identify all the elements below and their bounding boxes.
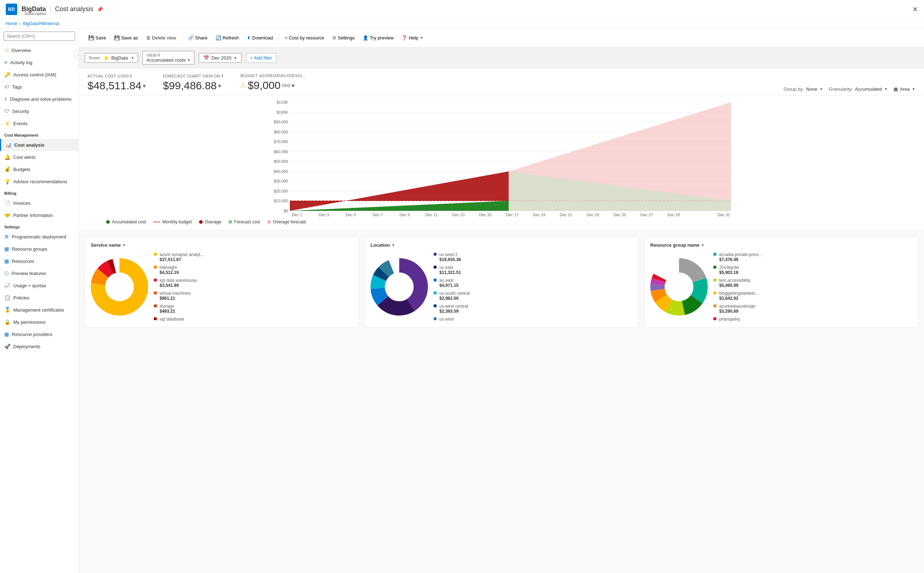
legend-item: us south central $3,962.00 [434,291,633,301]
sidebar-item-diagnose[interactable]: ⚕ Diagnose and solve problems [0,93,78,105]
sidebar-item-overview[interactable]: ⊙ Overview [0,44,78,56]
donut-title-location[interactable]: Location ▼ [371,243,633,248]
legend-item: 2019iqnite $5,903.18 [713,265,912,275]
sidebar-item-deployments[interactable]: 🚀 Deployments [0,340,78,352]
sidebar-item-invoices[interactable]: 📄 Invoices [0,197,78,209]
sidebar-item-my-permissions[interactable]: 🔒 My permissions [0,316,78,328]
cost-by-resource-button[interactable]: ≡ Cost by resource [281,33,328,43]
delete-view-button[interactable]: 🗑 Delete view [143,33,180,43]
sidebar-item-programmatic[interactable]: ⚙ Programmatic deployment [0,230,78,243]
sidebar: ‹‹ ⊙ Overview ≡ Activity log 🔑 Access co… [0,29,79,573]
svg-text:$80,000: $80,000 [274,130,288,134]
budget-value: $9,000 [247,79,280,91]
save-button[interactable]: 💾 Save [85,33,110,43]
legend-overage-forecast: Overage forecast [267,219,306,224]
refresh-button[interactable]: 🔄 Refresh [212,33,243,43]
legend-item: hdinsight $4,512.19 [154,265,352,275]
legend-accumulated-cost: Accumulated cost [106,219,146,224]
save-as-button[interactable]: 💾 Save as [111,33,142,43]
svg-text:$0: $0 [284,209,288,213]
svg-text:$20,000: $20,000 [274,189,288,193]
group-by-control[interactable]: Group by: None ▼ [783,86,823,92]
share-button[interactable]: 🔗 Share [184,33,211,43]
breadcrumb-subscription[interactable]: BigDataPMInternal [23,21,59,26]
filter-bar: Scope : ⭐ BigData ▼ VIEW ℹ Accumulated c… [79,47,924,69]
chart-type-control[interactable]: ▦ Area ▼ [894,86,915,92]
try-preview-button[interactable]: 👤 Try preview [359,33,398,43]
location-donut-chart [371,258,428,316]
svg-text:Dec 19: Dec 19 [533,213,546,217]
sidebar-item-policies[interactable]: 📋 Policies [0,291,78,304]
chart-legend: Accumulated cost Monthly budget Overage [85,218,918,226]
legend-item: us west [434,316,633,322]
section-cost-management: Cost Management [0,130,78,139]
section-settings: Settings [0,221,78,230]
svg-text:$60,000: $60,000 [274,150,288,154]
svg-text:$110K: $110K [277,100,288,104]
top-bar: BD BigData | Cost analysis 📌 Subscriptio… [0,0,924,19]
svg-point-56 [385,272,413,301]
svg-text:Dec 17: Dec 17 [506,213,519,217]
sidebar-item-management-certs[interactable]: 🏅 Management certificates [0,304,78,316]
svg-text:$10,000: $10,000 [274,199,288,203]
legend-item: us west central $2,393.59 [434,304,633,314]
svg-text:Dec 13: Dec 13 [452,213,465,217]
toolbar: 💾 Save 💾 Save as 🗑 Delete view 🔗 Share [79,29,924,47]
donut-title-service[interactable]: Service name ▼ [91,243,352,248]
sidebar-item-advisor[interactable]: 💡 Advisor recommendations [0,175,78,188]
main-content: 💾 Save 💾 Save as 🗑 Delete view 🔗 Share [79,29,924,573]
cost-chart: $110K $100K $90,000 $80,000 [85,99,918,217]
sidebar-item-usage-quotas[interactable]: 📈 Usage + quotas [0,279,78,291]
sidebar-item-partner-info[interactable]: 🤝 Partner information [0,209,78,221]
svg-point-49 [105,272,134,301]
sidebar-item-events[interactable]: ⚡ Events [0,117,78,130]
svg-text:Dec 15: Dec 15 [479,213,492,217]
sidebar-item-cost-alerts[interactable]: 🔔 Cost alerts [0,151,78,163]
sidebar-item-resources[interactable]: ▦ Resources [0,255,78,267]
cost-header-section: ACTUAL COST (USD) ℹ $48,511.84 ▾ FORECAS… [79,69,924,96]
svg-text:Dec 1: Dec 1 [292,213,302,217]
date-selector[interactable]: 📅 Dec 2020 ▼ [199,53,242,63]
download-button[interactable]: ⬇ Download [243,33,277,43]
breadcrumb-home[interactable]: Home [6,21,17,26]
legend-item: test.accessibility $5,495.99 [713,278,912,288]
sidebar-item-preview-features[interactable]: ⬡ Preview features [0,267,78,279]
sidebar-item-resource-groups[interactable]: ▦ Resource groups [0,243,78,255]
svg-text:Dec 5: Dec 5 [346,213,356,217]
search-input[interactable] [3,31,75,41]
svg-text:Dec 3: Dec 3 [319,213,329,217]
svg-text:$50,000: $50,000 [274,159,288,163]
resource-group-donut-chart [650,258,708,316]
donut-title-resource-group[interactable]: Resource group name ▼ [650,243,912,248]
svg-text:Dec 7: Dec 7 [373,213,383,217]
legend-item: ao east $4,971.15 [434,278,633,288]
scope-selector[interactable]: Scope : ⭐ BigData ▼ [85,53,138,63]
granularity-control[interactable]: Granularity: Accumulated ▼ [828,86,887,92]
settings-button[interactable]: ⚙ Settings [329,33,358,43]
sidebar-item-tags[interactable]: 🏷 Tags [0,81,78,93]
svg-text:$40,000: $40,000 [274,169,288,174]
page-title: Cost analysis [55,5,93,13]
svg-text:$70,000: $70,000 [274,139,288,144]
view-selector[interactable]: VIEW ℹ Accumulated costs ▼ [143,51,194,64]
breadcrumb: Home › BigDataPMInternal [0,19,924,29]
sidebar-item-resource-providers[interactable]: ▦ Resource providers [0,328,78,340]
svg-text:Dec 9: Dec 9 [399,213,410,217]
sidebar-item-security[interactable]: 🛡 Security [0,105,78,117]
pin-icon[interactable]: 📌 [97,6,103,12]
add-filter-button[interactable]: + Add filter [246,53,276,63]
sidebar-item-cost-analysis[interactable]: 📊 Cost analysis [0,139,78,151]
legend-item: sql database [154,316,352,322]
legend-item: virtual machines $961.21 [154,291,352,301]
donut-card-resource-group: Resource group name ▼ [644,236,918,328]
close-icon[interactable]: ✕ [912,5,918,14]
help-button[interactable]: ❓ Help ▼ [398,33,427,43]
svg-text:$90,000: $90,000 [274,120,288,124]
sidebar-item-access-control[interactable]: 🔑 Access control (IAM) [0,69,78,81]
sidebar-item-budgets[interactable]: 💰 Budgets [0,163,78,175]
legend-monthly-budget: Monthly budget [153,219,192,224]
sidebar-item-activity-log[interactable]: ≡ Activity log [0,56,78,69]
legend-item: us east $11,321.51 [434,265,633,275]
svg-text:Dec 31: Dec 31 [718,213,730,217]
forecast-card: FORECAST: CHART VIEW ON ℹ $99,486.88 ▾ [163,74,223,92]
